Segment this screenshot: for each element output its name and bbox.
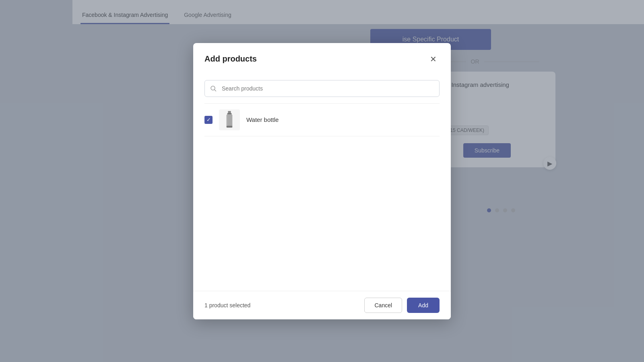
modal-body: ✓ Water bottle <box>193 74 451 291</box>
search-container <box>204 80 440 97</box>
svg-rect-6 <box>227 125 233 128</box>
modal-overlay: Add products ✕ <box>0 0 644 362</box>
svg-rect-3 <box>227 113 232 114</box>
list-item: ✓ Water bottle <box>204 104 440 136</box>
svg-rect-5 <box>227 115 228 126</box>
cancel-button[interactable]: Cancel <box>364 298 402 313</box>
product-checkbox[interactable]: ✓ <box>204 116 213 124</box>
modal-header: Add products ✕ <box>193 43 451 74</box>
search-input[interactable] <box>204 80 440 97</box>
search-icon <box>210 85 217 92</box>
product-empty-area <box>204 136 440 281</box>
product-image <box>219 109 240 130</box>
svg-line-1 <box>215 90 216 91</box>
add-button[interactable]: Add <box>407 298 440 313</box>
modal-title: Add products <box>204 54 257 64</box>
svg-rect-2 <box>228 111 231 113</box>
selected-count: 1 product selected <box>204 302 250 309</box>
modal-footer: 1 product selected Cancel Add <box>193 291 451 319</box>
footer-buttons: Cancel Add <box>364 298 440 313</box>
add-products-modal: Add products ✕ <box>193 43 451 319</box>
checkmark-icon: ✓ <box>206 117 211 122</box>
product-list: ✓ Water bottle <box>204 103 440 136</box>
product-name: Water bottle <box>246 116 279 123</box>
modal-close-button[interactable]: ✕ <box>427 53 440 66</box>
checkbox-checked-box: ✓ <box>204 116 213 124</box>
